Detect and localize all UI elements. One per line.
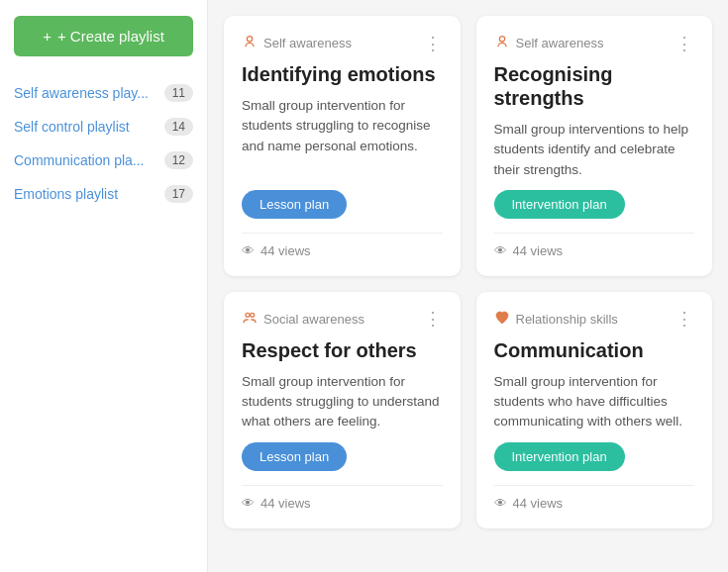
- views-count: 44 views: [513, 243, 564, 258]
- views-count: 44 views: [260, 243, 311, 258]
- card-recognising-strengths: Self awareness ⋮ Recognising strengths S…: [476, 16, 713, 276]
- sidebar-item-label: Communication pla...: [14, 152, 156, 168]
- card-divider: [242, 485, 443, 486]
- card-views: 👁 44 views: [242, 496, 443, 511]
- card-action-button[interactable]: Lesson plan: [242, 442, 347, 471]
- more-options-icon[interactable]: ⋮: [424, 35, 443, 52]
- category-label: Relationship skills: [516, 312, 618, 327]
- card-description: Small group intervention for students wh…: [494, 372, 695, 432]
- svg-point-2: [246, 313, 250, 317]
- sidebar-item-communication[interactable]: Communication pla... 12: [0, 143, 207, 177]
- sidebar: + + Create playlist Self awareness play.…: [0, 0, 208, 572]
- category-icon: [494, 34, 510, 52]
- sidebar-item-badge: 11: [164, 84, 193, 102]
- card-title: Identifying emotions: [242, 62, 443, 86]
- card-views: 👁 44 views: [494, 496, 695, 511]
- card-action-button[interactable]: Intervention plan: [494, 190, 625, 219]
- sidebar-item-label: Self control playlist: [14, 119, 156, 135]
- card-views: 👁 44 views: [242, 243, 443, 258]
- eye-icon: 👁: [242, 496, 255, 511]
- card-communication: Relationship skills ⋮ Communication Smal…: [476, 292, 713, 528]
- svg-point-3: [251, 313, 255, 317]
- more-options-icon[interactable]: ⋮: [424, 310, 443, 328]
- eye-icon: 👁: [494, 243, 507, 258]
- card-header: Social awareness ⋮: [242, 310, 443, 329]
- card-identifying-emotions: Self awareness ⋮ Identifying emotions Sm…: [224, 16, 461, 276]
- create-playlist-button[interactable]: + + Create playlist: [14, 16, 193, 56]
- category-label: Self awareness: [516, 36, 604, 50]
- sidebar-item-self-awareness[interactable]: Self awareness play... 11: [0, 76, 207, 110]
- card-category: Social awareness: [242, 310, 364, 329]
- views-count: 44 views: [260, 496, 311, 511]
- create-playlist-label: + Create playlist: [57, 28, 164, 45]
- sidebar-item-badge: 12: [164, 151, 193, 169]
- card-title: Respect for others: [242, 338, 443, 362]
- card-title: Recognising strengths: [494, 62, 695, 110]
- cards-grid: Self awareness ⋮ Identifying emotions Sm…: [208, 0, 728, 572]
- plus-icon: +: [43, 28, 52, 45]
- card-divider: [242, 233, 443, 234]
- sidebar-item-badge: 17: [164, 185, 193, 203]
- category-icon: [242, 34, 258, 52]
- eye-icon: 👁: [242, 243, 255, 258]
- card-action-button[interactable]: Lesson plan: [242, 190, 347, 219]
- card-description: Small group intervention for students st…: [242, 372, 443, 432]
- card-header: Self awareness ⋮: [242, 34, 443, 52]
- card-header: Relationship skills ⋮: [494, 310, 695, 329]
- svg-point-0: [247, 37, 252, 42]
- more-options-icon[interactable]: ⋮: [676, 310, 694, 328]
- category-label: Self awareness: [263, 36, 352, 50]
- card-divider: [494, 485, 695, 486]
- sidebar-item-label: Self awareness play...: [14, 85, 156, 101]
- card-category: Self awareness: [242, 34, 352, 52]
- sidebar-item-label: Emotions playlist: [14, 186, 156, 202]
- card-title: Communication: [494, 338, 695, 362]
- card-header: Self awareness ⋮: [494, 34, 695, 52]
- more-options-icon[interactable]: ⋮: [676, 35, 694, 52]
- sidebar-item-emotions[interactable]: Emotions playlist 17: [0, 177, 207, 211]
- category-icon: [242, 310, 258, 329]
- category-label: Social awareness: [263, 312, 364, 327]
- card-description: Small group intervention for students st…: [242, 96, 443, 180]
- card-description: Small group interventions to help studen…: [494, 120, 695, 180]
- card-action-button[interactable]: Intervention plan: [494, 442, 625, 471]
- card-respect-for-others: Social awareness ⋮ Respect for others Sm…: [224, 292, 461, 528]
- card-divider: [494, 233, 695, 234]
- card-category: Self awareness: [494, 34, 604, 52]
- card-views: 👁 44 views: [494, 243, 695, 258]
- svg-point-1: [499, 37, 504, 42]
- sidebar-item-badge: 14: [164, 118, 193, 136]
- sidebar-item-self-control[interactable]: Self control playlist 14: [0, 110, 207, 143]
- views-count: 44 views: [513, 496, 564, 511]
- eye-icon: 👁: [494, 496, 507, 511]
- category-icon: [494, 310, 510, 329]
- card-category: Relationship skills: [494, 310, 618, 329]
